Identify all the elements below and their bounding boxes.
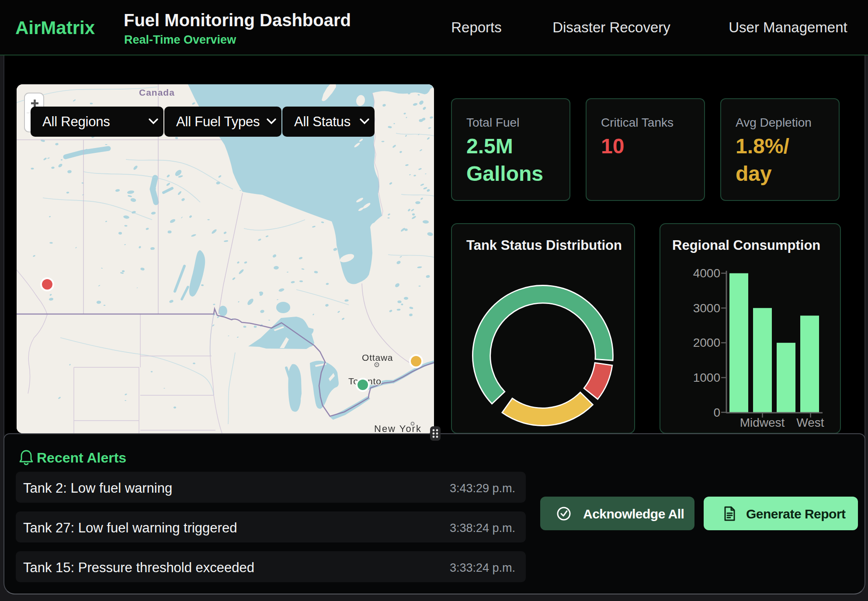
svg-text:1000: 1000 [693,371,720,384]
svg-text:West: West [796,416,824,429]
svg-text:New York: New York [374,423,422,433]
svg-text:0: 0 [713,406,720,419]
svg-text:Midwest: Midwest [740,416,785,429]
svg-text:Canada: Canada [139,87,175,97]
svg-text:Ottawa: Ottawa [362,352,393,363]
svg-text:4000: 4000 [693,266,720,280]
svg-text:3000: 3000 [693,301,720,315]
svg-text:2000: 2000 [693,336,720,349]
